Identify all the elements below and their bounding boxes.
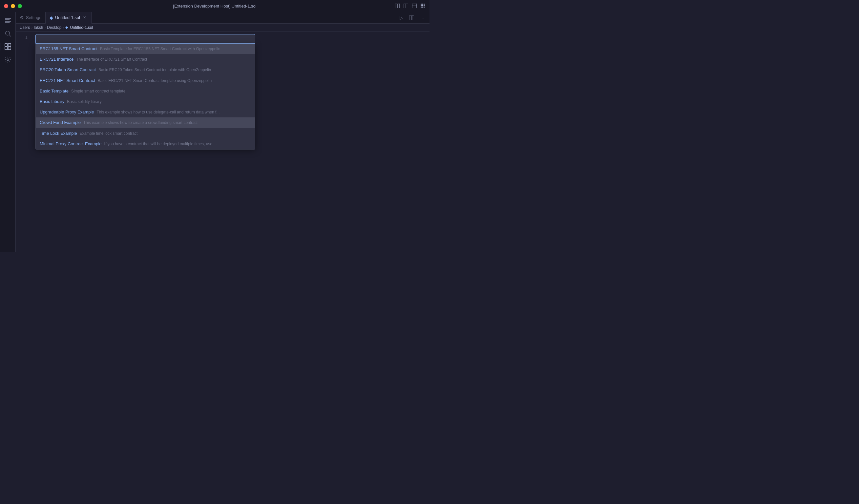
item-title-basic-library: Basic Library bbox=[40, 99, 64, 105]
svg-rect-18 bbox=[8, 44, 11, 46]
svg-rect-11 bbox=[424, 5, 425, 6]
sol-tab-icon: ◆ bbox=[49, 15, 53, 20]
settings-tab-icon: ⚙ bbox=[20, 15, 24, 20]
tab-bar: ⚙ Settings ◆ Untitled-1.sol ✕ ▷ ··· bbox=[16, 12, 430, 24]
tab-bar-actions: ▷ ··· bbox=[397, 12, 430, 23]
breadcrumb-desktop[interactable]: Desktop bbox=[47, 25, 61, 30]
line-number-1: 1 bbox=[16, 34, 28, 41]
breadcrumb-users[interactable]: Users bbox=[20, 25, 30, 30]
svg-rect-14 bbox=[424, 6, 425, 7]
layout-icon[interactable] bbox=[403, 3, 408, 9]
line-numbers: 1 bbox=[16, 34, 31, 252]
list-item-minimal-proxy[interactable]: Minimal Proxy Contract Example If you ha… bbox=[36, 139, 255, 149]
close-button[interactable] bbox=[4, 4, 8, 8]
item-title-minimal-proxy: Minimal Proxy Contract Example bbox=[40, 141, 102, 147]
activity-icon-extensions[interactable] bbox=[2, 41, 14, 52]
breadcrumb-sep-2: › bbox=[44, 25, 46, 30]
svg-rect-19 bbox=[4, 47, 7, 49]
item-desc-erc721-nft: Basic ERC721 NFT Smart Contract template… bbox=[98, 78, 212, 83]
list-item-erc721-interface[interactable]: ERC721 Interface The interface of ERC721… bbox=[36, 54, 255, 65]
item-title-basic-template: Basic Template bbox=[40, 88, 69, 94]
item-title-erc721-interface: ERC721 Interface bbox=[40, 57, 74, 62]
item-title-time-lock: Time Lock Example bbox=[40, 131, 77, 136]
breadcrumb-laksh[interactable]: laksh bbox=[34, 25, 43, 30]
traffic-lights bbox=[4, 4, 22, 8]
editor-content: 1 ERC1155 NFT Smart Contract Basic Templ… bbox=[16, 31, 430, 252]
layout-alt-icon[interactable] bbox=[412, 3, 417, 9]
item-desc-erc721-interface: The interface of ERC721 Smart Contract bbox=[76, 57, 147, 62]
tab-untitled-label: Untitled-1.sol bbox=[55, 15, 80, 20]
template-search-input[interactable] bbox=[40, 36, 251, 41]
run-button[interactable]: ▷ bbox=[397, 13, 406, 22]
list-item-basic-template[interactable]: Basic Template Simple smart contract tem… bbox=[36, 86, 255, 96]
dropdown-overlay: ERC1155 NFT Smart Contract Basic Templat… bbox=[35, 34, 430, 252]
breadcrumb-sol-icon: ◆ bbox=[65, 25, 68, 30]
svg-rect-17 bbox=[4, 44, 7, 46]
minimize-button[interactable] bbox=[11, 4, 15, 8]
tab-settings-label: Settings bbox=[26, 15, 41, 20]
split-view-button[interactable] bbox=[407, 13, 416, 22]
item-desc-upgradeable-proxy: This example shows how to use delegate-c… bbox=[96, 109, 220, 115]
activity-bar-top bbox=[2, 14, 14, 252]
list-item-upgradeable-proxy[interactable]: Upgradeable Proxy Example This example s… bbox=[36, 107, 255, 117]
item-title-erc721-nft: ERC721 NFT Smart Contract bbox=[40, 78, 95, 83]
split-editor-icon[interactable] bbox=[395, 3, 400, 9]
grid-icon[interactable] bbox=[420, 3, 425, 9]
item-desc-erc1155: Basic Template for ERC1155 NFT Smart Con… bbox=[100, 46, 220, 52]
svg-rect-13 bbox=[422, 6, 423, 7]
svg-point-21 bbox=[7, 59, 9, 61]
list-item-erc1155[interactable]: ERC1155 NFT Smart Contract Basic Templat… bbox=[36, 44, 255, 54]
item-desc-minimal-proxy: If you have a contract that will be depl… bbox=[104, 141, 217, 147]
dropdown-list: ERC1155 NFT Smart Contract Basic Templat… bbox=[35, 44, 255, 150]
window-title: [Extension Development Host] Untitled-1.… bbox=[173, 4, 256, 9]
item-title-erc20: ERC20 Token Smart Contract bbox=[40, 67, 96, 73]
item-title-upgradeable-proxy: Upgradeable Proxy Example bbox=[40, 109, 94, 115]
breadcrumb-sep-1: › bbox=[31, 25, 32, 30]
breadcrumb-file[interactable]: Untitled-1.sol bbox=[70, 25, 93, 30]
svg-line-16 bbox=[9, 35, 11, 36]
item-desc-erc20: Basic ERC20 Token Smart Contract templat… bbox=[99, 67, 211, 73]
svg-rect-7 bbox=[422, 4, 423, 4]
svg-rect-24 bbox=[409, 15, 411, 20]
list-item-time-lock[interactable]: Time Lock Example Example time lock smar… bbox=[36, 128, 255, 139]
svg-rect-12 bbox=[421, 6, 422, 7]
list-item-erc20[interactable]: ERC20 Token Smart Contract Basic ERC20 T… bbox=[36, 65, 255, 75]
title-bar: [Extension Development Host] Untitled-1.… bbox=[0, 0, 430, 12]
list-item-crowd-fund[interactable]: Crowd Fund Example This example shows ho… bbox=[36, 117, 255, 128]
svg-point-15 bbox=[5, 31, 10, 35]
editor-area: ⚙ Settings ◆ Untitled-1.sol ✕ ▷ ··· bbox=[16, 12, 430, 252]
item-desc-time-lock: Example time lock smart contract bbox=[80, 131, 138, 136]
item-desc-basic-template: Simple smart contract template bbox=[71, 89, 125, 94]
svg-rect-1 bbox=[398, 4, 400, 8]
app-layout: ⚙ Settings ◆ Untitled-1.sol ✕ ▷ ··· bbox=[0, 12, 430, 252]
svg-rect-0 bbox=[395, 4, 397, 8]
activity-icon-debug[interactable] bbox=[2, 54, 14, 65]
tab-close-button[interactable]: ✕ bbox=[82, 15, 87, 20]
breadcrumb-sep-3: › bbox=[63, 25, 64, 30]
svg-rect-25 bbox=[412, 15, 414, 20]
title-bar-right-actions bbox=[395, 3, 425, 9]
svg-rect-6 bbox=[421, 4, 422, 4]
tab-settings[interactable]: ⚙ Settings bbox=[16, 12, 46, 23]
svg-rect-8 bbox=[424, 4, 425, 4]
breadcrumb: Users › laksh › Desktop › ◆ Untitled-1.s… bbox=[16, 24, 430, 31]
item-title-erc1155: ERC1155 NFT Smart Contract bbox=[40, 46, 97, 52]
list-item-basic-library[interactable]: Basic Library Basic solidity library bbox=[36, 96, 255, 107]
activity-icon-explorer[interactable] bbox=[2, 14, 14, 26]
svg-rect-20 bbox=[8, 47, 11, 49]
item-desc-crowd-fund: This example shows how to create a crowd… bbox=[83, 120, 197, 126]
activity-icon-search[interactable] bbox=[2, 28, 14, 39]
search-input-container[interactable] bbox=[35, 34, 255, 44]
more-actions-button[interactable]: ··· bbox=[418, 13, 427, 22]
svg-rect-10 bbox=[422, 5, 423, 6]
item-title-crowd-fund: Crowd Fund Example bbox=[40, 120, 81, 126]
item-desc-basic-library: Basic solidity library bbox=[67, 99, 101, 105]
maximize-button[interactable] bbox=[18, 4, 22, 8]
svg-rect-9 bbox=[421, 5, 422, 6]
activity-bar bbox=[0, 12, 16, 252]
list-item-erc721-nft[interactable]: ERC721 NFT Smart Contract Basic ERC721 N… bbox=[36, 75, 255, 86]
tab-untitled[interactable]: ◆ Untitled-1.sol ✕ bbox=[46, 12, 92, 24]
